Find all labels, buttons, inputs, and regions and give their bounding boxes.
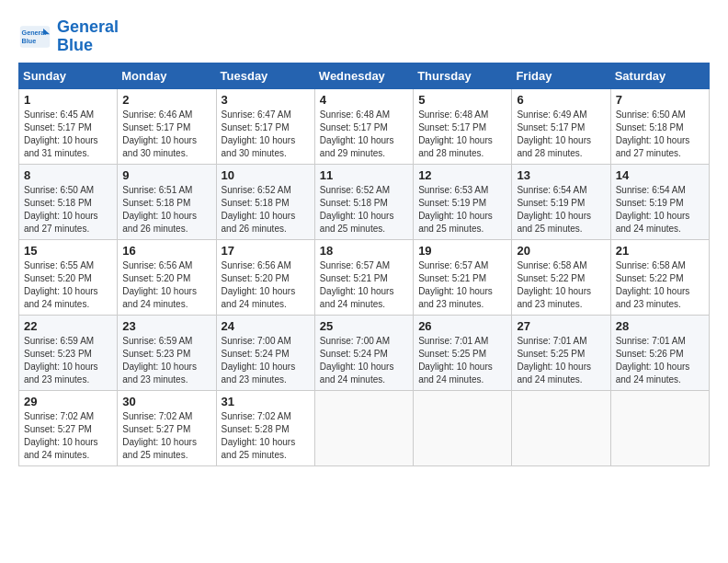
day-number: 1 [24, 93, 112, 107]
logo: General Blue General Blue [18, 18, 119, 55]
day-number: 30 [122, 395, 210, 408]
weekday-header-wednesday: Wednesday [314, 63, 413, 88]
day-info: Sunrise: 6:56 AM Sunset: 5:20 PM Dayligh… [122, 259, 210, 311]
calendar-cell: 3Sunrise: 6:47 AM Sunset: 5:17 PM Daylig… [216, 88, 314, 164]
day-info: Sunrise: 6:55 AM Sunset: 5:20 PM Dayligh… [24, 259, 112, 311]
day-number: 26 [418, 319, 506, 333]
day-number: 17 [222, 244, 310, 258]
day-number: 28 [616, 319, 704, 333]
day-number: 6 [517, 93, 605, 107]
day-info: Sunrise: 6:50 AM Sunset: 5:18 PM Dayligh… [24, 184, 112, 236]
svg-text:Blue: Blue [22, 37, 37, 45]
day-info: Sunrise: 6:54 AM Sunset: 5:19 PM Dayligh… [517, 184, 605, 236]
day-number: 27 [517, 319, 605, 333]
day-number: 22 [24, 319, 112, 333]
day-info: Sunrise: 6:51 AM Sunset: 5:18 PM Dayligh… [122, 184, 210, 236]
calendar-cell: 26Sunrise: 7:01 AM Sunset: 5:25 PM Dayli… [414, 315, 512, 390]
day-info: Sunrise: 6:57 AM Sunset: 5:21 PM Dayligh… [320, 259, 408, 311]
calendar-cell: 9Sunrise: 6:51 AM Sunset: 5:18 PM Daylig… [118, 164, 216, 239]
day-number: 18 [320, 244, 408, 258]
day-number: 23 [122, 319, 210, 333]
calendar-cell: 12Sunrise: 6:53 AM Sunset: 5:19 PM Dayli… [414, 164, 512, 239]
calendar-cell: 7Sunrise: 6:50 AM Sunset: 5:18 PM Daylig… [610, 88, 709, 164]
day-info: Sunrise: 6:54 AM Sunset: 5:19 PM Dayligh… [616, 184, 704, 236]
day-info: Sunrise: 6:46 AM Sunset: 5:17 PM Dayligh… [122, 109, 210, 160]
page-header: General Blue General Blue [18, 18, 710, 55]
day-number: 7 [616, 93, 704, 107]
logo-icon: General Blue [18, 24, 51, 50]
calendar-cell: 1Sunrise: 6:45 AM Sunset: 5:17 PM Daylig… [19, 88, 118, 164]
day-number: 9 [122, 168, 210, 182]
day-info: Sunrise: 6:48 AM Sunset: 5:17 PM Dayligh… [320, 109, 408, 160]
calendar-cell: 22Sunrise: 6:59 AM Sunset: 5:23 PM Dayli… [19, 315, 118, 390]
calendar-table: SundayMondayTuesdayWednesdayThursdayFrid… [18, 63, 710, 466]
day-number: 5 [418, 93, 506, 107]
day-number: 25 [320, 319, 408, 333]
calendar-cell [414, 390, 512, 465]
svg-text:General: General [22, 29, 47, 37]
day-number: 3 [222, 93, 310, 107]
calendar-cell: 14Sunrise: 6:54 AM Sunset: 5:19 PM Dayli… [610, 164, 709, 239]
day-number: 2 [122, 93, 210, 107]
day-number: 29 [24, 395, 112, 408]
day-info: Sunrise: 6:48 AM Sunset: 5:17 PM Dayligh… [418, 109, 506, 160]
day-info: Sunrise: 6:45 AM Sunset: 5:17 PM Dayligh… [24, 109, 112, 160]
day-number: 10 [222, 168, 310, 182]
day-info: Sunrise: 7:00 AM Sunset: 5:24 PM Dayligh… [320, 335, 408, 386]
calendar-cell: 30Sunrise: 7:02 AM Sunset: 5:27 PM Dayli… [118, 390, 216, 465]
calendar-cell: 24Sunrise: 7:00 AM Sunset: 5:24 PM Dayli… [216, 315, 314, 390]
weekday-header-friday: Friday [512, 63, 610, 88]
day-number: 15 [24, 244, 112, 258]
calendar-cell: 28Sunrise: 7:01 AM Sunset: 5:26 PM Dayli… [610, 315, 709, 390]
day-info: Sunrise: 6:53 AM Sunset: 5:19 PM Dayligh… [418, 184, 506, 236]
calendar-cell: 25Sunrise: 7:00 AM Sunset: 5:24 PM Dayli… [314, 315, 413, 390]
calendar-cell: 6Sunrise: 6:49 AM Sunset: 5:17 PM Daylig… [512, 88, 610, 164]
calendar-cell [314, 390, 413, 465]
day-info: Sunrise: 6:58 AM Sunset: 5:22 PM Dayligh… [616, 259, 704, 311]
day-number: 21 [616, 244, 704, 258]
day-info: Sunrise: 6:49 AM Sunset: 5:17 PM Dayligh… [517, 109, 605, 160]
calendar-cell: 11Sunrise: 6:52 AM Sunset: 5:18 PM Dayli… [314, 164, 413, 239]
day-info: Sunrise: 7:01 AM Sunset: 5:25 PM Dayligh… [517, 335, 605, 386]
calendar-cell: 4Sunrise: 6:48 AM Sunset: 5:17 PM Daylig… [314, 88, 413, 164]
day-number: 12 [418, 168, 506, 182]
calendar-cell [512, 390, 610, 465]
day-info: Sunrise: 7:02 AM Sunset: 5:27 PM Dayligh… [122, 410, 210, 462]
day-info: Sunrise: 7:02 AM Sunset: 5:27 PM Dayligh… [24, 410, 112, 462]
day-info: Sunrise: 7:00 AM Sunset: 5:24 PM Dayligh… [222, 335, 310, 386]
day-info: Sunrise: 6:58 AM Sunset: 5:22 PM Dayligh… [517, 259, 605, 311]
day-number: 8 [24, 168, 112, 182]
weekday-header-tuesday: Tuesday [216, 63, 314, 88]
calendar-cell: 23Sunrise: 6:59 AM Sunset: 5:23 PM Dayli… [118, 315, 216, 390]
weekday-header-saturday: Saturday [610, 63, 709, 88]
calendar-cell: 27Sunrise: 7:01 AM Sunset: 5:25 PM Dayli… [512, 315, 610, 390]
day-info: Sunrise: 6:57 AM Sunset: 5:21 PM Dayligh… [418, 259, 506, 311]
calendar-cell: 15Sunrise: 6:55 AM Sunset: 5:20 PM Dayli… [19, 239, 118, 315]
calendar-cell: 31Sunrise: 7:02 AM Sunset: 5:28 PM Dayli… [216, 390, 314, 465]
day-info: Sunrise: 7:01 AM Sunset: 5:25 PM Dayligh… [418, 335, 506, 386]
day-info: Sunrise: 7:01 AM Sunset: 5:26 PM Dayligh… [616, 335, 704, 386]
day-info: Sunrise: 6:59 AM Sunset: 5:23 PM Dayligh… [122, 335, 210, 386]
logo-text: General Blue [57, 18, 119, 55]
day-number: 24 [222, 319, 310, 333]
day-number: 19 [418, 244, 506, 258]
day-info: Sunrise: 6:50 AM Sunset: 5:18 PM Dayligh… [616, 109, 704, 160]
day-info: Sunrise: 6:52 AM Sunset: 5:18 PM Dayligh… [222, 184, 310, 236]
day-info: Sunrise: 6:52 AM Sunset: 5:18 PM Dayligh… [320, 184, 408, 236]
calendar-cell: 10Sunrise: 6:52 AM Sunset: 5:18 PM Dayli… [216, 164, 314, 239]
day-number: 14 [616, 168, 704, 182]
day-info: Sunrise: 6:56 AM Sunset: 5:20 PM Dayligh… [222, 259, 310, 311]
weekday-header-thursday: Thursday [414, 63, 512, 88]
day-info: Sunrise: 6:47 AM Sunset: 5:17 PM Dayligh… [222, 109, 310, 160]
calendar-cell: 29Sunrise: 7:02 AM Sunset: 5:27 PM Dayli… [19, 390, 118, 465]
calendar-cell: 2Sunrise: 6:46 AM Sunset: 5:17 PM Daylig… [118, 88, 216, 164]
day-number: 13 [517, 168, 605, 182]
calendar-cell: 20Sunrise: 6:58 AM Sunset: 5:22 PM Dayli… [512, 239, 610, 315]
calendar-cell: 5Sunrise: 6:48 AM Sunset: 5:17 PM Daylig… [414, 88, 512, 164]
calendar-cell: 16Sunrise: 6:56 AM Sunset: 5:20 PM Dayli… [118, 239, 216, 315]
calendar-cell: 19Sunrise: 6:57 AM Sunset: 5:21 PM Dayli… [414, 239, 512, 315]
weekday-header-sunday: Sunday [19, 63, 118, 88]
calendar-cell: 8Sunrise: 6:50 AM Sunset: 5:18 PM Daylig… [19, 164, 118, 239]
calendar-cell: 13Sunrise: 6:54 AM Sunset: 5:19 PM Dayli… [512, 164, 610, 239]
day-info: Sunrise: 6:59 AM Sunset: 5:23 PM Dayligh… [24, 335, 112, 386]
